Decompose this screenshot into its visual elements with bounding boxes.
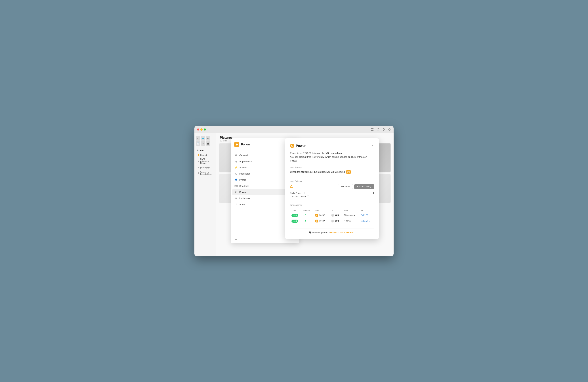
address-text: 0xfdb9492f60155821859b2e8add5ea6686093c8… xyxy=(290,171,345,173)
sidebar-app-icons: 🗂 🐦 🖼 📄 🎙 🎬 xyxy=(194,135,216,147)
tx-amount-1: +2 xyxy=(302,218,314,224)
power-footer: 🖤 Love our product? Give us a star on Gi… xyxy=(290,228,374,234)
mac-window: 🗂 🐦 🖼 📄 🎙 🎬 Pictures Starred NASA Astron… xyxy=(194,126,394,256)
footer-text: 🖤 Love our product? xyxy=(309,231,330,234)
balance-number: 4 xyxy=(290,184,293,190)
table-row: mint +2 FFollow YYou 33 minutes 0xb120..… xyxy=(290,212,374,218)
traffic-lights xyxy=(197,128,206,131)
app-body: 🗂 🐦 🖼 📄 🎙 🎬 Pictures Starred NASA Astron… xyxy=(194,133,394,256)
power-modal: Power × Power is an ERC-20 token on the … xyxy=(285,138,379,239)
bell-icon[interactable] xyxy=(382,128,385,131)
maximize-button[interactable] xyxy=(204,128,206,131)
cashable-power-value: 0 xyxy=(373,195,374,198)
appearance-icon: ◎ xyxy=(235,160,237,163)
your-address-label: Your Address xyxy=(290,166,374,168)
nav-shortcuts-label: Shortcuts xyxy=(239,185,249,187)
sidebar-item-nasa[interactable]: NASA Astronomy Picture... xyxy=(195,157,215,165)
tx-type-0: mint xyxy=(290,212,302,218)
nav-general-label: General xyxy=(239,154,248,157)
minimize-button[interactable] xyxy=(200,128,203,131)
general-icon: ⚙ xyxy=(235,154,237,157)
power-modal-title-row: Power xyxy=(290,144,306,148)
left-sidebar: 🗂 🐦 🖼 📄 🎙 🎬 Pictures Starred NASA Astron… xyxy=(194,133,216,256)
vsl-link[interactable]: VSL blockchain xyxy=(326,152,342,154)
actions-icon: ⚡ xyxy=(235,166,237,169)
shortcuts-icon: ⌨ xyxy=(235,185,237,187)
refresh-icon[interactable] xyxy=(377,128,379,131)
tx-to-0: YYou xyxy=(330,212,343,218)
power-desc-line1: Power is an ERC-20 token on the xyxy=(290,152,326,154)
app-icon-1[interactable]: 🗂 xyxy=(196,136,200,141)
app-icon-5[interactable]: 🎙 xyxy=(201,141,205,146)
nav-actions-label: Actions xyxy=(239,166,247,169)
col-type: Type xyxy=(290,209,302,212)
close-button[interactable]: × xyxy=(371,143,374,148)
follow-panel-title: Follow xyxy=(241,143,250,146)
overlay: Follow ⚙ General ◎ Appearance ⚡ xyxy=(216,133,394,256)
close-button[interactable] xyxy=(197,128,199,131)
daily-power-value: 4 xyxy=(373,192,374,194)
power-description: Power is an ERC-20 token on the VSL bloc… xyxy=(290,151,374,163)
your-balance-label: Your Balance xyxy=(290,180,374,182)
power-desc-period: . xyxy=(342,152,342,154)
svg-point-4 xyxy=(389,129,390,130)
svg-rect-1 xyxy=(372,128,374,129)
table-header-row: Type Amount From To Date Tx xyxy=(290,209,374,212)
svg-rect-5 xyxy=(348,172,349,173)
balance-row: 4 Withdraw Claimed today xyxy=(290,184,374,190)
transactions-table: Type Amount From To Date Tx mint +2 xyxy=(290,209,374,224)
daily-power-row: Daily Power ⓘ 4 xyxy=(290,192,374,194)
main-content: Pictures 60 items xyxy=(216,133,394,256)
copy-address-button[interactable] xyxy=(346,170,351,174)
svg-rect-0 xyxy=(371,128,372,129)
tx-hash-1[interactable]: 0x6e57... xyxy=(359,218,374,224)
app-icon-6[interactable]: 🎬 xyxy=(206,141,210,146)
1x-label: 1x.com • In Pursuit of the... xyxy=(200,171,213,175)
nav-power-label: Power xyxy=(239,191,246,193)
col-from: From xyxy=(314,209,330,212)
github-link[interactable]: Give us a star on GitHub xyxy=(330,231,354,234)
from-icon-0: F xyxy=(315,214,318,217)
tx-from-1: FFollow xyxy=(314,218,330,224)
starred-dot xyxy=(198,154,199,156)
sidebar-item-starred[interactable]: Starred xyxy=(195,153,215,157)
nav-about-label: About xyxy=(239,203,246,206)
tx-hash-0[interactable]: 0xb120... xyxy=(359,212,374,218)
to-icon-1: Y xyxy=(331,220,334,223)
tx-date-1: 4 days xyxy=(343,218,359,224)
nav-integration-label: Integration xyxy=(239,172,250,175)
app-icon-3[interactable]: 🖼 xyxy=(206,136,210,141)
invitations-icon: ✉ xyxy=(235,197,237,200)
title-bar-icons xyxy=(371,128,391,131)
app-icon-4[interactable]: 📄 xyxy=(196,141,200,146)
col-tx: Tx xyxy=(359,209,374,212)
nav-invitations-label: Invitations xyxy=(239,197,250,200)
cashable-power-row: Cashable Power ⓘ 0 xyxy=(290,195,374,198)
tx-date-0: 33 minutes xyxy=(343,212,359,218)
cashable-power-info-icon: ⓘ xyxy=(307,195,309,198)
profile-icon: 👤 xyxy=(235,178,237,181)
power-modal-header: Power × xyxy=(290,143,374,148)
follow-logo xyxy=(234,142,239,147)
tx-to-1: YYou xyxy=(330,218,343,224)
nav-appearance-label: Appearance xyxy=(239,160,252,163)
withdraw-button[interactable]: Withdraw xyxy=(338,184,353,189)
claimed-today-button[interactable]: Claimed today xyxy=(354,184,374,189)
tx-from-0: FFollow xyxy=(314,212,330,218)
title-bar xyxy=(194,126,394,133)
col-date: Date xyxy=(343,209,359,212)
power-modal-title: Power xyxy=(296,144,306,148)
power-nav-icon: ⏻ xyxy=(235,191,237,193)
app-icon-2[interactable]: 🐦 xyxy=(201,136,205,141)
svg-rect-2 xyxy=(371,130,372,131)
settings-icon[interactable] xyxy=(388,128,391,131)
daily-power-info-icon: ⓘ xyxy=(303,192,305,194)
cashable-power-label: Cashable Power xyxy=(290,195,306,198)
about-icon: ℹ xyxy=(235,203,237,206)
grid-icon[interactable] xyxy=(371,128,374,131)
sidebar-section-title: Pictures xyxy=(194,149,216,153)
from-icon-1: F xyxy=(315,220,318,223)
tx-type-1: mint xyxy=(290,218,302,224)
sidebar-item-pixiv[interactable]: pixiv 周排行 xyxy=(195,166,215,170)
sidebar-item-1x[interactable]: 1x.com • In Pursuit of the... xyxy=(195,170,215,176)
